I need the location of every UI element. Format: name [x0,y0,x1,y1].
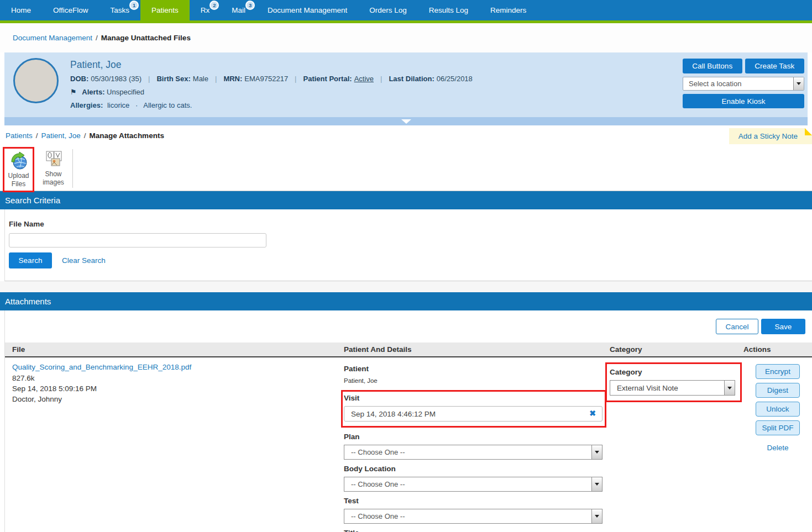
category-select[interactable]: External Visit Note [610,380,735,396]
breadcrumb-link-document-management[interactable]: Document Management [13,34,92,42]
show-images-button[interactable]: Show images [38,147,69,189]
location-select[interactable]: Select a location [683,77,804,91]
delete-link[interactable]: Delete [767,444,788,452]
toolbar-divider [72,149,73,188]
collapse-chevron-icon [401,119,411,124]
test-label: Test [344,497,603,505]
tasks-count-badge: 1 [129,1,139,10]
patient-portal-status-link[interactable]: Active [354,75,374,83]
breadcrumb-link-patients[interactable]: Patients [6,131,33,140]
section-title: Manage Attachments [90,131,164,140]
column-header-actions: Actions [743,345,812,354]
attachments-table-header: File Patient And Details Category Action… [5,343,812,357]
file-uploader: Doctor, Johnny [12,394,344,404]
nav-tab-home[interactable]: Home [0,0,42,20]
column-header-category: Category [610,345,743,354]
plan-select[interactable]: -- Choose One -- [344,445,603,460]
file-name-link[interactable]: Quality_Scoring_and_Benchmarking_EEHR_20… [12,362,191,372]
patient-demographics: DOB: 05/30/1983 (35) | Birth Sex: Male |… [70,75,473,83]
patient-header-collapse-bar[interactable] [4,117,808,125]
top-nav: Home OfficeFlow Tasks 1 Patients Rx 2 Ma… [0,0,812,20]
column-header-patient-details: Patient And Details [344,345,610,354]
nav-tab-results-log[interactable]: Results Log [418,0,479,20]
attachments-panel: Attachments Cancel Save File Patient And… [0,292,812,532]
category-dropdown-button[interactable] [724,381,735,395]
plan-label: Plan [344,433,603,441]
body-location-dropdown-button[interactable] [591,477,602,491]
category-label: Category [610,368,735,376]
patient-action-controls: Call Buttons Create Task Select a locati… [683,59,804,108]
create-task-button[interactable]: Create Task [745,59,805,73]
test-select[interactable]: -- Choose One -- [344,509,603,524]
nav-tab-rx[interactable]: Rx 2 [190,0,221,20]
location-dropdown-button[interactable] [793,77,804,90]
nav-tab-mail[interactable]: Mail 3 [221,0,256,20]
test-dropdown-button[interactable] [591,509,602,523]
breadcrumb: Document Management / Manage Unattached … [0,23,812,52]
call-buttons-button[interactable]: Call Buttons [683,59,742,73]
patient-label: Patient [344,365,603,373]
nav-tab-tasks[interactable]: Tasks 1 [99,0,141,20]
patient-header: Patient, Joe DOB: 05/30/1983 (35) | Birt… [4,52,808,117]
patient-allergies: Allergies: licorice · Allergic to cats. [70,101,473,109]
chevron-down-icon [595,451,599,454]
visit-label: Visit [344,394,603,402]
attachment-row: Quality_Scoring_and_Benchmarking_EEHR_20… [5,357,812,532]
patient-birth-sex: Male [193,75,208,83]
patient-value: Patient, Joe [344,377,603,384]
split-pdf-button[interactable]: Split PDF [756,420,800,435]
chevron-down-icon [727,387,732,389]
category-annotation-highlight: Category External Visit Note [605,362,742,402]
file-upload-date: Sep 14, 2018 5:09:16 PM [12,383,344,394]
encrypt-button[interactable]: Encrypt [756,364,800,379]
chevron-down-icon [595,515,599,518]
category-cell: Category External Visit Note [610,362,743,532]
mail-count-badge: 3 [245,1,255,10]
upload-files-button[interactable]: Upload Files [3,147,34,192]
panel-spacer [0,281,812,292]
flag-icon: ⚑ [70,88,77,96]
clear-visit-icon[interactable]: ✖ [589,409,596,418]
search-criteria-header: Search Criteria [0,191,812,209]
file-name-label: File Name [9,220,812,228]
allergy-item: licorice [107,101,129,109]
patient-mrn: EMA9752217 [244,75,288,83]
file-size: 827.6k [12,373,344,383]
enable-kiosk-button[interactable]: Enable Kiosk [683,94,804,108]
rx-count-badge: 2 [209,1,219,10]
actions-cell: Encrypt Digest Unlock Split PDF Delete [743,362,812,532]
search-criteria-panel: Search Criteria File Name Search Clear S… [0,191,812,281]
nav-tab-patients[interactable]: Patients [140,0,190,20]
file-cell: Quality_Scoring_and_Benchmarking_EEHR_20… [5,362,344,532]
title-label: Title [344,529,603,532]
body-location-label: Body Location [344,465,603,473]
patient-breadcrumb-row: Patients / Patient, Joe / Manage Attachm… [0,125,812,146]
clear-search-link[interactable]: Clear Search [62,256,106,265]
page-title: Manage Unattached Files [101,34,191,42]
patient-avatar[interactable] [13,58,59,103]
save-button[interactable]: Save [761,319,805,334]
nav-tab-reminders[interactable]: Reminders [479,0,537,20]
file-name-input[interactable] [9,233,266,247]
nav-tab-officeflow[interactable]: OfficeFlow [42,0,99,20]
upload-files-icon [6,151,32,170]
nav-tab-document-management[interactable]: Document Management [256,0,358,20]
breadcrumb-link-patient-joe[interactable]: Patient, Joe [41,131,81,140]
unlock-button[interactable]: Unlock [756,402,800,417]
plan-dropdown-button[interactable] [591,445,602,459]
search-button[interactable]: Search [9,252,52,268]
nav-tab-orders-log[interactable]: Orders Log [358,0,418,20]
chevron-down-icon [797,82,801,85]
digest-button[interactable]: Digest [756,383,800,398]
patient-alerts: ⚑ Alerts: Unspecified [70,88,473,96]
body-location-select[interactable]: -- Choose One -- [344,477,603,492]
patient-details-cell: Patient Patient, Joe Visit ✖ Plan -- Cho… [344,362,603,532]
visit-annotation-highlight: Visit ✖ [341,390,606,428]
show-images-icon [39,150,68,168]
cancel-button[interactable]: Cancel [716,319,758,334]
visit-input[interactable] [344,406,603,422]
patient-last-dilation: 06/25/2018 [437,75,473,83]
allergy-item: Allergic to cats. [143,101,192,109]
chevron-down-icon [595,483,599,486]
add-sticky-note-button[interactable]: Add a Sticky Note [729,128,812,144]
